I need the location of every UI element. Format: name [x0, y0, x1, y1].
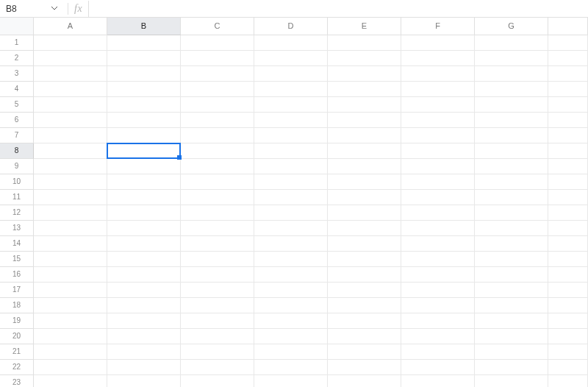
- cell[interactable]: [548, 190, 588, 205]
- cell[interactable]: [107, 267, 181, 283]
- cell[interactable]: [254, 205, 328, 221]
- cell[interactable]: [401, 236, 475, 252]
- chevron-down-icon[interactable]: [51, 7, 57, 10]
- column-header[interactable]: A: [34, 18, 107, 35]
- cell[interactable]: [34, 252, 107, 267]
- cell[interactable]: [328, 313, 401, 329]
- cell[interactable]: [401, 66, 475, 82]
- cell[interactable]: [181, 205, 254, 221]
- row-header[interactable]: 4: [0, 82, 34, 97]
- cell[interactable]: [181, 375, 254, 387]
- cell[interactable]: [548, 113, 588, 128]
- cell[interactable]: [107, 159, 181, 174]
- row-header[interactable]: 2: [0, 51, 34, 66]
- cell[interactable]: [181, 143, 254, 159]
- cell[interactable]: [548, 236, 588, 252]
- cell[interactable]: [475, 82, 548, 97]
- cell[interactable]: [34, 375, 107, 387]
- cell[interactable]: [548, 82, 588, 97]
- cell[interactable]: [34, 113, 107, 128]
- cell[interactable]: [475, 51, 548, 66]
- cell[interactable]: [254, 298, 328, 313]
- cell[interactable]: [475, 221, 548, 236]
- cell[interactable]: [401, 360, 475, 375]
- cell[interactable]: [34, 51, 107, 66]
- cell[interactable]: [328, 375, 401, 387]
- cell[interactable]: [475, 344, 548, 360]
- cell[interactable]: [475, 205, 548, 221]
- cell[interactable]: [34, 344, 107, 360]
- cell[interactable]: [254, 360, 328, 375]
- name-box-input[interactable]: [4, 3, 51, 15]
- cell[interactable]: [107, 313, 181, 329]
- cell[interactable]: [328, 82, 401, 97]
- cell[interactable]: [34, 283, 107, 298]
- name-box[interactable]: [4, 0, 62, 17]
- cell[interactable]: [254, 375, 328, 387]
- cell[interactable]: [475, 236, 548, 252]
- cell[interactable]: [328, 113, 401, 128]
- cell[interactable]: [475, 190, 548, 205]
- cell[interactable]: [475, 283, 548, 298]
- cell[interactable]: [107, 283, 181, 298]
- cell[interactable]: [401, 82, 475, 97]
- cell[interactable]: [475, 252, 548, 267]
- cell[interactable]: [107, 375, 181, 387]
- cell[interactable]: [475, 267, 548, 283]
- row-header[interactable]: 1: [0, 35, 34, 51]
- cell[interactable]: [181, 329, 254, 344]
- cell[interactable]: [328, 360, 401, 375]
- cell[interactable]: [181, 174, 254, 190]
- row-header[interactable]: 14: [0, 236, 34, 252]
- cell[interactable]: [181, 221, 254, 236]
- cell[interactable]: [181, 128, 254, 143]
- cell[interactable]: [401, 329, 475, 344]
- cell[interactable]: [548, 329, 588, 344]
- cell[interactable]: [254, 143, 328, 159]
- row-header[interactable]: 8: [0, 143, 34, 159]
- cell[interactable]: [328, 128, 401, 143]
- cell[interactable]: [328, 51, 401, 66]
- cell[interactable]: [107, 82, 181, 97]
- cell[interactable]: [548, 35, 588, 51]
- cell[interactable]: [181, 97, 254, 113]
- cell[interactable]: [34, 97, 107, 113]
- cell[interactable]: [181, 35, 254, 51]
- cell[interactable]: [475, 298, 548, 313]
- row-header[interactable]: 20: [0, 329, 34, 344]
- cell[interactable]: [254, 190, 328, 205]
- cell[interactable]: [548, 313, 588, 329]
- cell[interactable]: [107, 205, 181, 221]
- cell[interactable]: [181, 51, 254, 66]
- cell[interactable]: [401, 190, 475, 205]
- cell[interactable]: [107, 221, 181, 236]
- cell[interactable]: [181, 236, 254, 252]
- cell[interactable]: [34, 313, 107, 329]
- cell[interactable]: [548, 159, 588, 174]
- cell[interactable]: [107, 344, 181, 360]
- column-header[interactable]: [548, 18, 588, 35]
- row-header[interactable]: 6: [0, 113, 34, 128]
- cell[interactable]: [254, 66, 328, 82]
- cell[interactable]: [328, 221, 401, 236]
- cell[interactable]: [34, 205, 107, 221]
- cell[interactable]: [254, 35, 328, 51]
- cell[interactable]: [34, 267, 107, 283]
- cell[interactable]: [328, 344, 401, 360]
- cell[interactable]: [548, 344, 588, 360]
- cell[interactable]: [328, 283, 401, 298]
- cell[interactable]: [548, 375, 588, 387]
- cell[interactable]: [548, 205, 588, 221]
- cell[interactable]: [401, 97, 475, 113]
- cell[interactable]: [254, 128, 328, 143]
- cell[interactable]: [181, 344, 254, 360]
- cell[interactable]: [548, 143, 588, 159]
- cell[interactable]: [254, 313, 328, 329]
- spreadsheet-grid[interactable]: ABCDEFG 12345678910111213141516171819202…: [0, 18, 588, 387]
- cell[interactable]: [107, 252, 181, 267]
- cell[interactable]: [475, 66, 548, 82]
- cell[interactable]: [401, 344, 475, 360]
- cell[interactable]: [328, 252, 401, 267]
- cell[interactable]: [181, 113, 254, 128]
- cell[interactable]: [181, 283, 254, 298]
